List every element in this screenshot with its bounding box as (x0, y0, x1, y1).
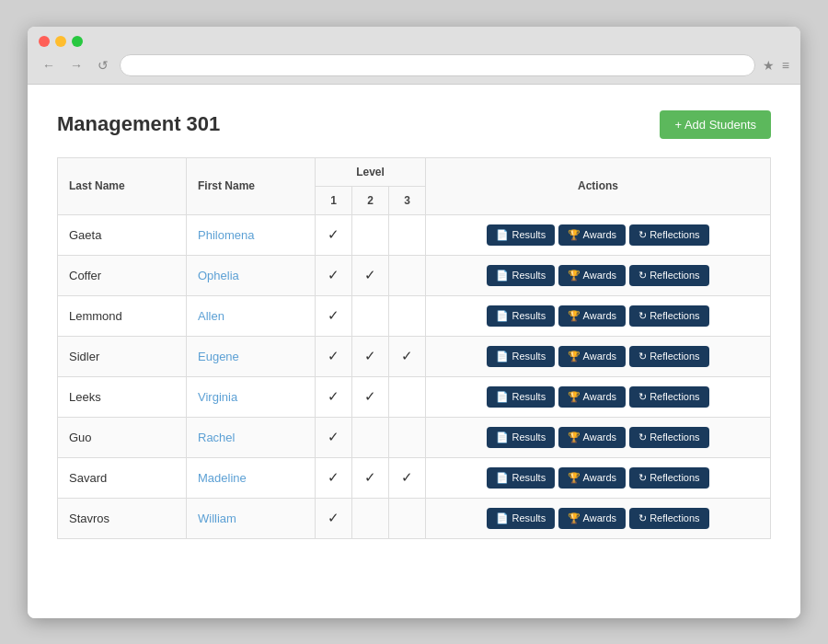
close-button[interactable] (39, 36, 50, 47)
reflections-button[interactable]: ↻ Reflections (629, 467, 708, 489)
col-header-level-1: 1 (316, 186, 352, 214)
cell-last-name: Savard (58, 457, 187, 498)
table-row: CofferOphelia✓✓📄 Results🏆 Awards↻ Reflec… (58, 255, 771, 295)
cell-last-name: Stavros (58, 498, 187, 538)
cell-first-name: Eugene (187, 336, 316, 376)
cell-level-2: ✓ (352, 376, 389, 417)
maximize-button[interactable] (72, 36, 83, 47)
col-header-level: Level (316, 157, 426, 186)
cell-level-3: ✓ (389, 336, 426, 376)
reflections-button[interactable]: ↻ Reflections (629, 427, 708, 448)
cell-level-3 (389, 255, 426, 295)
awards-button[interactable]: 🏆 Awards (558, 467, 626, 489)
col-header-last-name: Last Name (58, 157, 187, 214)
minimize-button[interactable] (55, 36, 66, 47)
cell-actions: 📄 Results🏆 Awards↻ Reflections (426, 498, 771, 538)
browser-toolbar: ← → ↺ ★ ≡ (39, 54, 789, 76)
cell-actions: 📄 Results🏆 Awards↻ Reflections (426, 336, 771, 376)
table-row: StavrosWilliam✓📄 Results🏆 Awards↻ Reflec… (58, 498, 771, 538)
awards-button[interactable]: 🏆 Awards (558, 386, 626, 408)
page-header: Management 301 + Add Students (57, 110, 771, 139)
reflections-button[interactable]: ↻ Reflections (629, 508, 708, 529)
browser-window: ← → ↺ ★ ≡ Management 301 + Add Students … (28, 27, 800, 618)
awards-button[interactable]: 🏆 Awards (558, 427, 626, 448)
cell-last-name: Sidler (58, 336, 187, 376)
results-button[interactable]: 📄 Results (487, 467, 555, 489)
col-header-level-3: 3 (389, 186, 426, 214)
cell-level-3 (389, 417, 426, 457)
cell-level-2: ✓ (352, 255, 389, 295)
bookmark-icon: ★ (763, 58, 775, 73)
awards-button[interactable]: 🏆 Awards (558, 265, 626, 286)
cell-level-1: ✓ (316, 336, 352, 376)
cell-level-2: ✓ (352, 457, 389, 498)
cell-first-name: Rachel (187, 417, 316, 457)
results-button[interactable]: 📄 Results (487, 305, 555, 327)
students-table: Last Name First Name Level Actions 1 2 3… (57, 157, 771, 539)
cell-actions: 📄 Results🏆 Awards↻ Reflections (426, 417, 771, 457)
results-button[interactable]: 📄 Results (487, 346, 555, 367)
menu-icon[interactable]: ≡ (782, 58, 789, 73)
reflections-button[interactable]: ↻ Reflections (629, 386, 708, 408)
awards-button[interactable]: 🏆 Awards (558, 224, 626, 246)
cell-last-name: Gaeta (58, 214, 187, 255)
cell-level-1: ✓ (316, 498, 352, 538)
results-button[interactable]: 📄 Results (487, 427, 555, 448)
cell-level-3: ✓ (389, 457, 426, 498)
add-students-button[interactable]: + Add Students (660, 110, 771, 139)
cell-level-3 (389, 498, 426, 538)
cell-first-name: Allen (187, 295, 316, 336)
table-row: SidlerEugene✓✓✓📄 Results🏆 Awards↻ Reflec… (58, 336, 771, 376)
table-row: GuoRachel✓📄 Results🏆 Awards↻ Reflections (58, 417, 771, 457)
reload-button[interactable]: ↺ (94, 56, 112, 75)
table-row: SavardMadeline✓✓✓📄 Results🏆 Awards↻ Refl… (58, 457, 771, 498)
cell-level-3 (389, 295, 426, 336)
cell-last-name: Coffer (58, 255, 187, 295)
cell-first-name: Virginia (187, 376, 316, 417)
cell-level-2: ✓ (352, 336, 389, 376)
col-header-level-2: 2 (352, 186, 389, 214)
col-header-first-name: First Name (187, 157, 316, 214)
cell-actions: 📄 Results🏆 Awards↻ Reflections (426, 295, 771, 336)
reflections-button[interactable]: ↻ Reflections (629, 265, 708, 286)
cell-level-3 (389, 376, 426, 417)
cell-actions: 📄 Results🏆 Awards↻ Reflections (426, 255, 771, 295)
awards-button[interactable]: 🏆 Awards (558, 508, 626, 529)
browser-titlebar: ← → ↺ ★ ≡ (28, 27, 800, 85)
table-row: GaetaPhilomena✓📄 Results🏆 Awards↻ Reflec… (58, 214, 771, 255)
cell-level-1: ✓ (316, 457, 352, 498)
cell-first-name: Madeline (187, 457, 316, 498)
table-row: LemmondAllen✓📄 Results🏆 Awards↻ Reflecti… (58, 295, 771, 336)
cell-level-1: ✓ (316, 417, 352, 457)
cell-level-1: ✓ (316, 376, 352, 417)
awards-button[interactable]: 🏆 Awards (558, 346, 626, 367)
results-button[interactable]: 📄 Results (487, 265, 555, 286)
results-button[interactable]: 📄 Results (487, 386, 555, 408)
cell-last-name: Leeks (58, 376, 187, 417)
cell-first-name: William (187, 498, 316, 538)
results-button[interactable]: 📄 Results (487, 508, 555, 529)
address-bar[interactable] (120, 54, 755, 76)
reflections-button[interactable]: ↻ Reflections (629, 305, 708, 327)
cell-last-name: Guo (58, 417, 187, 457)
cell-level-2 (352, 295, 389, 336)
cell-actions: 📄 Results🏆 Awards↻ Reflections (426, 457, 771, 498)
cell-level-2 (352, 214, 389, 255)
cell-first-name: Philomena (187, 214, 316, 255)
cell-level-1: ✓ (316, 295, 352, 336)
forward-button[interactable]: → (66, 56, 86, 75)
col-header-actions: Actions (426, 157, 771, 214)
page-title: Management 301 (57, 112, 220, 136)
reflections-button[interactable]: ↻ Reflections (629, 224, 708, 246)
results-button[interactable]: 📄 Results (487, 224, 555, 246)
page-content: Management 301 + Add Students Last Name … (28, 85, 800, 618)
cell-actions: 📄 Results🏆 Awards↻ Reflections (426, 214, 771, 255)
cell-level-1: ✓ (316, 214, 352, 255)
awards-button[interactable]: 🏆 Awards (558, 305, 626, 327)
cell-level-1: ✓ (316, 255, 352, 295)
cell-first-name: Ophelia (187, 255, 316, 295)
cell-level-2 (352, 498, 389, 538)
back-button[interactable]: ← (39, 56, 59, 75)
reflections-button[interactable]: ↻ Reflections (629, 346, 708, 367)
cell-level-3 (389, 214, 426, 255)
